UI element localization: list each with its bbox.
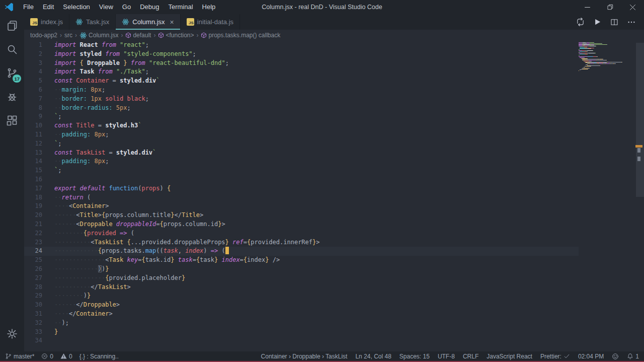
menu-file[interactable]: File bbox=[19, 0, 38, 14]
line-number[interactable]: 10 bbox=[24, 121, 42, 130]
activity-settings[interactable] bbox=[0, 322, 24, 345]
line-number[interactable]: 2 bbox=[24, 50, 42, 59]
code-line[interactable]: 27··············{provided.placeholder} bbox=[24, 274, 579, 283]
tab-index.js[interactable]: JSindex.js bbox=[24, 14, 69, 30]
line-number[interactable]: 16 bbox=[24, 175, 42, 184]
line-number[interactable]: 31 bbox=[24, 310, 42, 319]
status-problems-errors[interactable]: 0 bbox=[41, 353, 53, 360]
line-number[interactable]: 17 bbox=[24, 184, 42, 193]
code-line[interactable]: 29········)} bbox=[24, 292, 579, 301]
code-line[interactable]: 20······<Title>{props.column.title}</Tit… bbox=[24, 211, 579, 220]
line-number[interactable]: 22 bbox=[24, 229, 42, 238]
tab-column.jsx[interactable]: Column.jsx× bbox=[116, 14, 180, 30]
line-number[interactable]: 29 bbox=[24, 292, 42, 301]
status-language-mode[interactable]: JavaScript React bbox=[487, 353, 532, 360]
code-line[interactable]: 14··padding: 8px; bbox=[24, 157, 579, 166]
status-clock[interactable]: 02:04 PM bbox=[578, 353, 604, 360]
status-feedback[interactable] bbox=[612, 353, 619, 360]
code-line[interactable]: 18··return ( bbox=[24, 193, 579, 202]
code-line[interactable]: 13const TaskList = styled.div` bbox=[24, 149, 579, 158]
line-number[interactable]: 3 bbox=[24, 59, 42, 68]
code-line[interactable]: 15`; bbox=[24, 166, 579, 175]
minimize-button[interactable] bbox=[576, 0, 599, 14]
code-line[interactable]: 31····</Container> bbox=[24, 310, 579, 319]
breadcrumb-item[interactable]: <function> bbox=[158, 32, 194, 39]
code-line[interactable]: 22········{provided => ( bbox=[24, 229, 579, 238]
restore-button[interactable] bbox=[599, 0, 621, 14]
code-line[interactable]: 2import styled from "styled-components"; bbox=[24, 50, 579, 59]
code-line[interactable]: 19····<Container> bbox=[24, 202, 579, 211]
line-number[interactable]: 14 bbox=[24, 157, 42, 166]
code-line[interactable]: 26············))} bbox=[24, 265, 579, 274]
code-line[interactable]: 32··); bbox=[24, 319, 579, 328]
code-line[interactable]: 24············{props.tasks.map((task, in… bbox=[24, 247, 579, 256]
code-line[interactable]: 9`; bbox=[24, 112, 579, 121]
menu-debug[interactable]: Debug bbox=[135, 0, 164, 14]
activity-search[interactable] bbox=[0, 38, 24, 61]
line-number[interactable]: 7 bbox=[24, 95, 42, 104]
line-number[interactable]: 32 bbox=[24, 319, 42, 328]
code-line[interactable]: 21······<Droppable droppableId={props.co… bbox=[24, 220, 579, 229]
status-scanning-status[interactable]: {.} : Scanning.. bbox=[79, 353, 119, 360]
code-line[interactable]: 25··············<Task key={task.id} task… bbox=[24, 256, 579, 265]
line-number[interactable]: 30 bbox=[24, 301, 42, 310]
line-number[interactable]: 24 bbox=[24, 247, 42, 256]
code-line[interactable]: 34 bbox=[24, 336, 579, 345]
tab-task.jsx[interactable]: Task.jsx bbox=[69, 14, 116, 30]
activity-source-control[interactable]: 17 bbox=[0, 61, 24, 85]
status-problems-warnings[interactable]: 0 bbox=[60, 353, 72, 360]
line-number[interactable]: 23 bbox=[24, 238, 42, 247]
split-editor-button[interactable] bbox=[608, 16, 621, 29]
line-number[interactable]: 33 bbox=[24, 328, 42, 337]
close-button[interactable] bbox=[621, 0, 644, 14]
code-line[interactable]: 33} bbox=[24, 328, 579, 337]
breadcrumb-item[interactable]: todo-app2 bbox=[30, 32, 57, 39]
code-line[interactable]: 30······</Droppable> bbox=[24, 301, 579, 310]
line-number[interactable]: 12 bbox=[24, 139, 42, 149]
code-line[interactable]: 3import { Droppable } from "react-beauti… bbox=[24, 59, 579, 68]
menu-go[interactable]: Go bbox=[118, 0, 135, 14]
line-number[interactable]: 13 bbox=[24, 149, 42, 158]
breadcrumb-item[interactable]: props.tasks.map() callback bbox=[201, 32, 280, 39]
code-line[interactable]: 17export default function(props) { bbox=[24, 184, 579, 193]
run-button[interactable] bbox=[591, 16, 604, 29]
menu-view[interactable]: View bbox=[95, 0, 118, 14]
status-indentation[interactable]: Spaces: 15 bbox=[399, 353, 430, 360]
line-number[interactable]: 21 bbox=[24, 220, 42, 229]
line-number[interactable]: 25 bbox=[24, 256, 42, 265]
code-line[interactable]: 28··········</TaskList> bbox=[24, 283, 579, 292]
activity-explorer[interactable] bbox=[0, 14, 24, 37]
line-number[interactable]: 28 bbox=[24, 283, 42, 292]
code-line[interactable]: 16 bbox=[24, 175, 579, 184]
status-formatter-prettier[interactable]: Prettier: bbox=[540, 353, 570, 360]
menu-selection[interactable]: Selection bbox=[58, 0, 94, 14]
breadcrumb-item[interactable]: src bbox=[64, 32, 72, 39]
menu-help[interactable]: Help bbox=[198, 0, 220, 14]
status-eol-sequence[interactable]: CRLF bbox=[463, 353, 478, 360]
status-notifications[interactable]: 1 bbox=[627, 353, 639, 360]
code-line[interactable]: 23··········<TaskList {...provided.dropp… bbox=[24, 238, 579, 247]
more-actions-button[interactable] bbox=[625, 16, 638, 29]
line-number[interactable]: 6 bbox=[24, 86, 42, 95]
minimap[interactable] bbox=[579, 42, 629, 73]
line-number[interactable]: 5 bbox=[24, 77, 42, 86]
line-number[interactable]: 4 bbox=[24, 67, 42, 77]
line-number[interactable]: 20 bbox=[24, 211, 42, 220]
code-line[interactable]: 7··border: 1px solid black; bbox=[24, 95, 579, 104]
line-number[interactable]: 1 bbox=[24, 41, 42, 50]
breadcrumb-item[interactable]: Column.jsx bbox=[79, 32, 118, 39]
line-number[interactable]: 9 bbox=[24, 112, 42, 121]
scrollbar-slider[interactable] bbox=[636, 43, 644, 197]
status-cursor-position[interactable]: Ln 24, Col 48 bbox=[355, 353, 391, 360]
code-line[interactable]: 11··padding: 8px; bbox=[24, 130, 579, 139]
line-number[interactable]: 26 bbox=[24, 265, 42, 274]
status-cursor-scope[interactable]: Container › Droppable › TaskList bbox=[261, 353, 348, 360]
tab-close-icon[interactable]: × bbox=[170, 19, 174, 26]
code-editor[interactable]: 1import React from "react";2import style… bbox=[24, 41, 579, 351]
code-line[interactable]: 12`; bbox=[24, 139, 579, 149]
code-line[interactable]: 6··margin: 8px; bbox=[24, 86, 579, 95]
vertical-scrollbar[interactable] bbox=[635, 41, 644, 351]
line-number[interactable]: 11 bbox=[24, 130, 42, 139]
line-number[interactable]: 18 bbox=[24, 193, 42, 202]
code-line[interactable]: 1import React from "react"; bbox=[24, 41, 579, 50]
